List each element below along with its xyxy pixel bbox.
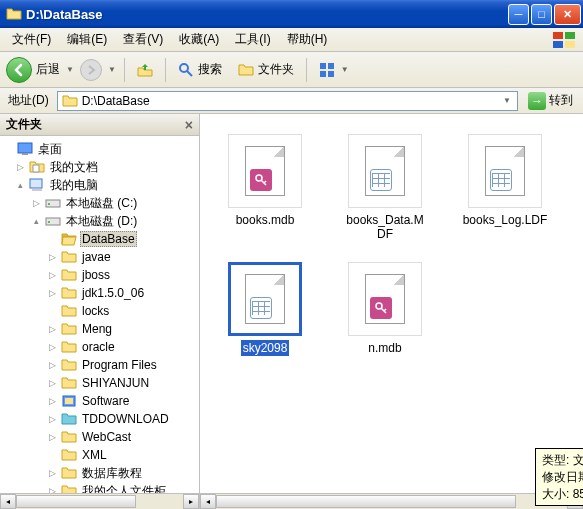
- sidebar-close-button[interactable]: ×: [185, 117, 193, 133]
- file-item[interactable]: books_Data.MDF: [340, 134, 430, 242]
- svg-rect-3: [565, 41, 575, 48]
- svg-rect-2: [553, 41, 563, 48]
- folders-icon: [238, 62, 254, 78]
- tree-folder-xml[interactable]: XML: [2, 446, 197, 464]
- tree-folder-locks[interactable]: locks: [2, 302, 197, 320]
- window-title: D:\DataBase: [26, 7, 508, 22]
- folder-icon: [61, 268, 77, 282]
- tree-drive-d[interactable]: ▴本地磁盘 (D:): [2, 212, 197, 230]
- menu-file[interactable]: 文件(F): [4, 29, 59, 50]
- tree-folder-software[interactable]: ▷Software: [2, 392, 197, 410]
- folders-button[interactable]: 文件夹: [232, 59, 300, 80]
- go-button[interactable]: → 转到: [522, 90, 579, 112]
- go-arrow-icon: →: [528, 92, 546, 110]
- data-grid-icon: [490, 169, 512, 191]
- file-item[interactable]: sky2098: [220, 262, 310, 356]
- search-button[interactable]: 搜索: [172, 59, 228, 80]
- drive-icon: [45, 214, 61, 228]
- tree-folder-oracle[interactable]: ▷oracle: [2, 338, 197, 356]
- address-input[interactable]: D:\DataBase ▼: [57, 91, 518, 111]
- file-item[interactable]: books_Log.LDF: [460, 134, 550, 242]
- forward-button[interactable]: [80, 59, 102, 81]
- folder-icon: [61, 376, 77, 390]
- tree-drive-c[interactable]: ▷本地磁盘 (C:): [2, 194, 197, 212]
- access-key-icon: [370, 297, 392, 319]
- svg-rect-0: [553, 32, 563, 39]
- folder-icon: [62, 94, 78, 108]
- svg-rect-6: [328, 63, 334, 69]
- scroll-right-button[interactable]: ▸: [183, 494, 199, 509]
- svg-rect-10: [22, 153, 28, 155]
- tree-folder-meng[interactable]: ▷Meng: [2, 320, 197, 338]
- software-icon: [61, 394, 77, 408]
- tree-folder-programfiles[interactable]: ▷Program Files: [2, 356, 197, 374]
- folder-tree[interactable]: 桌面 ▷我的文档 ▴我的电脑 ▷本地磁盘 (C:) ▴本地磁盘 (D:) Dat…: [0, 136, 199, 493]
- views-icon: [319, 62, 335, 78]
- tree-mydocs[interactable]: ▷我的文档: [2, 158, 197, 176]
- tree-mycomputer[interactable]: ▴我的电脑: [2, 176, 197, 194]
- file-list: books.mdbbooks_Data.MDFbooks_Log.LDFsky2…: [210, 124, 573, 366]
- file-item[interactable]: n.mdb: [340, 262, 430, 356]
- file-name: books_Log.LDF: [461, 212, 550, 228]
- forward-dropdown[interactable]: ▼: [106, 65, 118, 74]
- svg-rect-5: [320, 63, 326, 69]
- address-dropdown[interactable]: ▼: [501, 96, 513, 105]
- sidebar-hscrollbar[interactable]: ◂ ▸: [0, 493, 199, 509]
- menu-favorites[interactable]: 收藏(A): [171, 29, 227, 50]
- scroll-left-button[interactable]: ◂: [0, 494, 16, 509]
- close-button[interactable]: ✕: [554, 4, 581, 25]
- tree-folder-javae[interactable]: ▷javae: [2, 248, 197, 266]
- scroll-thumb[interactable]: [216, 495, 516, 508]
- data-grid-icon: [370, 169, 392, 191]
- menu-help[interactable]: 帮助(H): [279, 29, 336, 50]
- svg-point-16: [48, 221, 50, 223]
- menubar: 文件(F) 编辑(E) 查看(V) 收藏(A) 工具(I) 帮助(H): [0, 28, 583, 52]
- tree-folder-jboss[interactable]: ▷jboss: [2, 266, 197, 284]
- desktop-icon: [17, 142, 33, 156]
- minimize-button[interactable]: ─: [508, 4, 529, 25]
- tree-folder-tddownload[interactable]: ▷TDDOWNLOAD: [2, 410, 197, 428]
- drive-icon: [45, 196, 61, 210]
- folder-icon: [61, 448, 77, 462]
- scroll-left-button[interactable]: ◂: [200, 494, 216, 509]
- scroll-track[interactable]: [216, 494, 567, 509]
- tree-desktop[interactable]: 桌面: [2, 140, 197, 158]
- file-view[interactable]: books.mdbbooks_Data.MDFbooks_Log.LDFsky2…: [200, 114, 583, 509]
- scroll-track[interactable]: [16, 494, 183, 509]
- folder-icon: [61, 358, 77, 372]
- file-thumbnail: [348, 262, 422, 336]
- address-text: D:\DataBase: [82, 94, 150, 108]
- back-label: 后退: [36, 61, 60, 78]
- views-button[interactable]: ▼: [313, 60, 357, 80]
- titlebar: D:\DataBase ─ □ ✕: [0, 0, 583, 28]
- tree-folder-webcast[interactable]: ▷WebCast: [2, 428, 197, 446]
- menu-tools[interactable]: 工具(I): [227, 29, 278, 50]
- svg-rect-8: [328, 71, 334, 77]
- back-button[interactable]: [6, 57, 32, 83]
- tree-folder-jdk[interactable]: ▷jdk1.5.0_06: [2, 284, 197, 302]
- svg-rect-1: [565, 32, 575, 39]
- scroll-thumb[interactable]: [16, 495, 136, 508]
- tree-folder-shiyanjun[interactable]: ▷SHIYANJUN: [2, 374, 197, 392]
- menu-edit[interactable]: 编辑(E): [59, 29, 115, 50]
- sidebar-title: 文件夹: [6, 116, 42, 133]
- back-dropdown[interactable]: ▼: [64, 65, 76, 74]
- maximize-button[interactable]: □: [531, 4, 552, 25]
- toolbar: 后退 ▼ ▼ 搜索 文件夹 ▼: [0, 52, 583, 88]
- file-item[interactable]: books.mdb: [220, 134, 310, 242]
- main-hscrollbar[interactable]: ◂ ▸: [200, 493, 583, 509]
- access-key-icon: [250, 169, 272, 191]
- tree-folder-personal[interactable]: ▷我的个人文件柜: [2, 482, 197, 493]
- folder-icon: [6, 6, 22, 22]
- menu-view[interactable]: 查看(V): [115, 29, 171, 50]
- tree-folder-database[interactable]: DataBase: [2, 230, 197, 248]
- search-icon: [178, 62, 194, 78]
- forward-arrow-icon: [85, 64, 97, 76]
- mydocs-icon: [29, 160, 45, 174]
- file-tooltip: 类型: 文件 修改日期: 2007-3-22 :15:06 大小: 850 KB: [535, 448, 583, 506]
- folder-icon: [61, 430, 77, 444]
- svg-rect-11: [30, 179, 42, 188]
- up-button[interactable]: [131, 60, 159, 80]
- folder-icon: [61, 250, 77, 264]
- tree-folder-dbtutorial[interactable]: ▷数据库教程: [2, 464, 197, 482]
